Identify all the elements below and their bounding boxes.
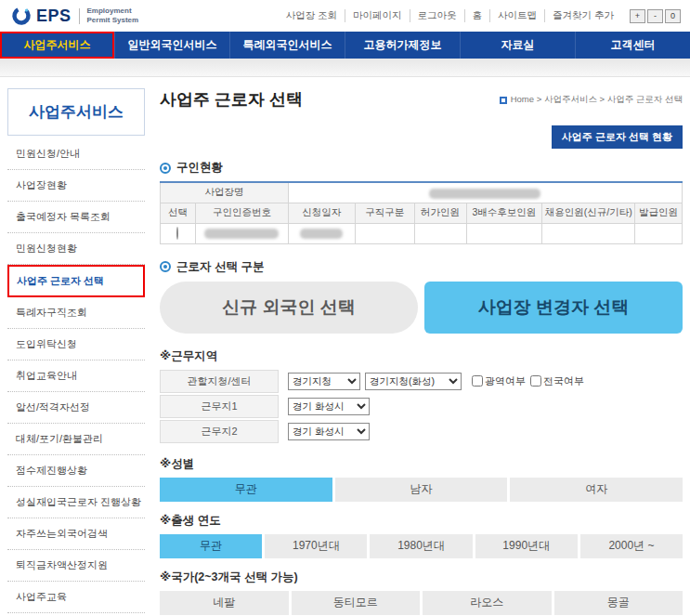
wide-area-checkbox[interactable] [472,375,483,387]
column-job-cert-number: 구인인증번호 [195,203,288,223]
column-application-date: 신청일자 [288,203,355,223]
job-status-table: 사업장명 선택 구인인증번호 신청일자 구직구분 허가인원 3배수후보인원 채용… [160,181,683,244]
region-section-title: ※근무지역 [160,348,683,364]
sidebar-item-point-system-progress[interactable]: 점수제진행상황 [7,455,145,487]
new-foreigner-select-button[interactable]: 신규 외국인 선택 [160,282,418,334]
redacted-value [429,189,540,199]
worker-select-section-title: 근로자 선택 구분 [160,259,683,275]
font-size-controls: + - 0 [630,9,681,23]
utility-nav: 사업장 조회 마이페이지 로그아웃 홈 사이트맵 즐겨찾기 추가 + - 0 [279,9,681,23]
birth-year-option-any[interactable]: 무관 [160,534,262,558]
main-content: 사업주 근로자 선택 Home > 사업주서비스 > 사업주 근로자 선택 사업… [160,88,683,616]
nationwide-checkbox-label: 전국여부 [530,374,584,388]
region-label: 근무지2 [160,420,279,443]
sidebar-item-import-consignment[interactable]: 도입위탁신청 [7,329,145,360]
column-triple-candidate-count: 3배수후보인원 [466,203,542,223]
status-button-row: 사업주 근로자 선택 현황 [160,125,683,149]
column-select: 선택 [161,203,196,223]
sidebar-item-employment-training-guide[interactable]: 취업교육안내 [7,360,145,392]
workplace-changer-select-button[interactable]: 사업장 변경자 선택 [424,282,683,334]
sub-banner-band [0,59,690,77]
font-reset-button[interactable]: 0 [665,9,681,23]
country-option-east-timor[interactable]: 동티모르 [292,591,421,615]
region-row-workplace2: 근무지2 경기 화성시 [160,420,683,443]
logo-divider [79,8,80,24]
sidebar-item-employer-education[interactable]: 사업주교육 [7,582,145,613]
nav-item-resources[interactable]: 자료실 [460,32,575,59]
sidebar: 사업주서비스 민원신청/안내 사업장현황 출국예정자 목록조회 민원신청현황 사… [7,88,145,616]
nationwide-checkbox[interactable] [530,375,541,387]
workplace-name-value [288,182,682,203]
eps-logo: EPS Employment Permit System [11,6,138,26]
region-row-workplace1: 근무지1 경기 화성시 [160,395,683,418]
workplace2-select[interactable]: 경기 화성시 [288,423,370,440]
nav-item-special-foreigner-service[interactable]: 특례외국인서비스 [229,32,345,59]
birth-year-option-1990s[interactable]: 1990년대 [475,534,578,558]
sidebar-item-employer-worker-select[interactable]: 사업주 근로자 선택 [7,265,145,297]
nav-item-customer-center[interactable]: 고객센터 [575,32,690,59]
birth-year-section-title: ※출생 연도 [160,513,683,529]
utility-link-bookmark[interactable]: 즐겨찾기 추가 [544,9,621,22]
birth-year-option-2000s[interactable]: 2000년 ~ [580,534,683,558]
jurisdiction-office-select[interactable]: 경기지청 [288,373,360,390]
sidebar-item-workplace-status[interactable]: 사업장현황 [7,170,145,202]
sidebar-item-faithful-reentry-progress[interactable]: 성실재입국근로자 진행상황 [7,487,145,518]
gender-section-title: ※성별 [160,456,683,472]
sidebar-item-replace-giveup-refund[interactable]: 대체/포기/환불관리 [7,424,145,455]
column-permitted-count: 허가인원 [414,203,466,223]
region-label: 관할지청/센터 [160,370,279,393]
job-row-select-radio[interactable] [176,227,178,240]
content-wrap: 사업주서비스 민원신청/안내 사업장현황 출국예정자 목록조회 민원신청현황 사… [0,77,690,616]
country-option-nepal[interactable]: 네팔 [160,591,289,615]
main-nav: 사업주서비스 일반외국인서비스 특례외국인서비스 고용허가제정보 자료실 고객센… [0,32,690,59]
utility-link-sitemap[interactable]: 사이트맵 [489,9,544,22]
job-status-header-row: 선택 구인인증번호 신청일자 구직구분 허가인원 3배수후보인원 채용인원(신규… [161,203,683,223]
column-issued-count: 발급인원 [635,203,683,223]
birth-year-option-1970s[interactable]: 1970년대 [265,534,367,558]
gender-option-female[interactable]: 여자 [510,478,683,502]
home-icon [500,97,507,104]
sidebar-item-placement-qualified-selection[interactable]: 알선/적격자선정 [7,392,145,424]
country-options: 네팔 동티모르 라오스 몽골 미얀마 방글라데시 베트남 스리랑카 [160,591,683,616]
nav-item-employer-service[interactable]: 사업주서비스 [0,32,114,59]
sidebar-title: 사업주서비스 [7,88,145,136]
font-decrease-button[interactable]: - [647,9,663,23]
logo-subtitle: Employment Permit System [87,7,139,25]
country-option-laos[interactable]: 라오스 [423,591,552,615]
worker-select-status-button[interactable]: 사업주 근로자 선택 현황 [552,125,683,149]
utility-link-mypage[interactable]: 마이페이지 [345,9,410,22]
font-increase-button[interactable]: + [630,9,645,23]
worker-select-buttons: 신규 외국인 선택 사업장 변경자 선택 [160,282,683,334]
gender-options: 무관 남자 여자 [160,478,683,502]
sidebar-item-severance-pay-support[interactable]: 퇴직금차액산정지원 [7,550,145,582]
sidebar-item-civil-application-guide[interactable]: 민원신청/안내 [7,138,145,170]
job-status-data-row [161,223,683,243]
page-title: 사업주 근로자 선택 [160,88,303,111]
sidebar-item-special-jobseeker-search[interactable]: 특례자구직조회 [7,297,145,329]
breadcrumb-text: Home > 사업주서비스 > 사업주 근로자 선택 [511,94,683,106]
gender-option-male[interactable]: 남자 [335,478,508,502]
sidebar-item-frequent-foreign-language[interactable]: 자주쓰는외국어검색 [7,518,145,550]
country-option-mongolia[interactable]: 몽골 [554,591,683,615]
breadcrumb: Home > 사업주서비스 > 사업주 근로자 선택 [500,94,683,106]
column-hired-count: 채용인원(신규/기타) [542,203,635,223]
column-jobseek-type: 구직구분 [355,203,414,223]
eps-logo-icon [11,6,32,26]
workplace1-select[interactable]: 경기 화성시 [288,398,370,415]
utility-link-workplace-search[interactable]: 사업장 조회 [279,9,345,22]
region-table: 관할지청/센터 경기지청 경기지청(화성) 광역여부 전국여부 [160,370,683,443]
section-bullet-icon [160,163,171,174]
gender-option-any[interactable]: 무관 [160,478,332,502]
nav-item-employment-permit-info[interactable]: 고용허가제정보 [345,32,460,59]
page-head: 사업주 근로자 선택 Home > 사업주서비스 > 사업주 근로자 선택 [160,88,683,111]
nav-item-general-foreigner-service[interactable]: 일반외국인서비스 [114,32,229,59]
workplace-name-header: 사업장명 [161,182,289,203]
workplace-name-row: 사업장명 [161,182,683,203]
jurisdiction-center-select[interactable]: 경기지청(화성) [365,373,462,390]
sidebar-item-departure-list[interactable]: 출국예정자 목록조회 [7,202,145,233]
utility-link-logout[interactable]: 로그아웃 [410,9,464,22]
birth-year-option-1980s[interactable]: 1980년대 [370,534,472,558]
redacted-value [204,229,279,239]
utility-link-home[interactable]: 홈 [464,9,490,22]
sidebar-item-civil-application-status[interactable]: 민원신청현황 [7,233,145,265]
